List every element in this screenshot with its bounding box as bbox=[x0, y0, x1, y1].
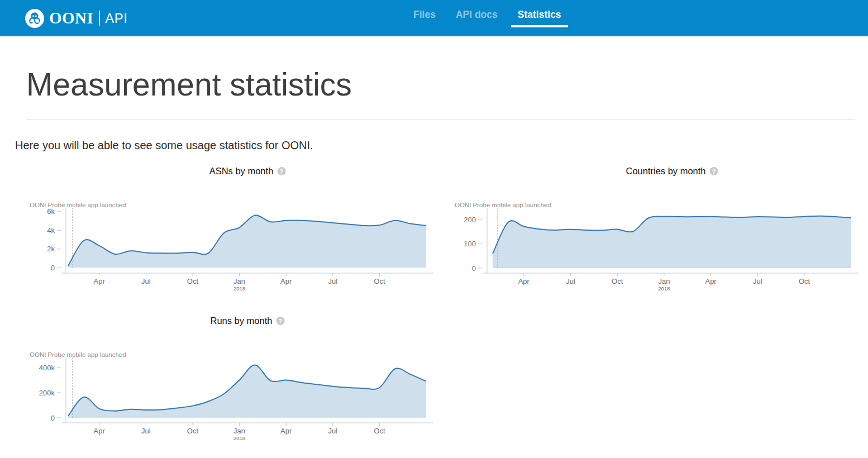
svg-text:100: 100 bbox=[464, 240, 476, 248]
svg-text:Jul: Jul bbox=[141, 277, 151, 285]
svg-text:Apr: Apr bbox=[280, 277, 292, 285]
svg-text:Oct: Oct bbox=[187, 427, 199, 435]
svg-text:Jan: Jan bbox=[233, 427, 245, 435]
svg-text:0: 0 bbox=[472, 264, 476, 273]
ooni-logo[interactable]: OONI API bbox=[25, 0, 128, 36]
svg-text:Jul: Jul bbox=[328, 427, 337, 435]
chart-title: Runs by month ? bbox=[211, 316, 285, 326]
chart-title-text: ASNs by month bbox=[209, 166, 274, 176]
svg-text:400k: 400k bbox=[39, 364, 55, 372]
intro-text: Here you will be able to see some usage … bbox=[15, 139, 313, 152]
question-mark-glyph: ? bbox=[279, 318, 283, 325]
brand-name: OONI bbox=[49, 9, 93, 27]
svg-text:2018: 2018 bbox=[658, 285, 670, 292]
main-nav: Files API docs Statistics bbox=[407, 0, 568, 27]
help-icon[interactable]: ? bbox=[277, 167, 285, 175]
svg-text:Jul: Jul bbox=[566, 277, 575, 285]
svg-text:Apr: Apr bbox=[94, 277, 106, 285]
svg-text:200k: 200k bbox=[39, 389, 55, 397]
svg-text:2018: 2018 bbox=[233, 435, 245, 441]
nav-item-files[interactable]: Files bbox=[407, 0, 442, 27]
svg-text:Oct: Oct bbox=[374, 427, 385, 435]
svg-text:OONI Probe mobile app launched: OONI Probe mobile app launched bbox=[455, 202, 551, 208]
logo-separator bbox=[99, 11, 100, 26]
svg-text:Oct: Oct bbox=[187, 277, 199, 285]
svg-text:Apr: Apr bbox=[705, 277, 717, 285]
runs-chart-canvas[interactable]: OONI Probe mobile app launched0200k400kA… bbox=[20, 348, 436, 444]
svg-text:Apr: Apr bbox=[280, 427, 292, 435]
svg-text:Oct: Oct bbox=[374, 277, 385, 285]
svg-text:2k: 2k bbox=[47, 245, 55, 253]
svg-text:OONI Probe mobile app launched: OONI Probe mobile app launched bbox=[30, 202, 126, 208]
svg-text:Apr: Apr bbox=[94, 427, 106, 435]
svg-text:Jan: Jan bbox=[233, 277, 245, 285]
svg-text:Jul: Jul bbox=[328, 277, 337, 285]
svg-text:6k: 6k bbox=[47, 207, 55, 216]
countries-chart-canvas[interactable]: OONI Probe mobile app launched0100200Apr… bbox=[447, 198, 863, 294]
brand-sub-name: API bbox=[105, 11, 127, 26]
chart-title: Countries by month ? bbox=[626, 166, 718, 176]
svg-text:Jan: Jan bbox=[658, 277, 670, 285]
help-icon[interactable]: ? bbox=[710, 167, 718, 175]
svg-text:0: 0 bbox=[51, 264, 55, 272]
app-header: OONI API Files API docs Statistics bbox=[0, 0, 868, 36]
help-icon[interactable]: ? bbox=[276, 317, 284, 325]
svg-text:0: 0 bbox=[51, 414, 55, 422]
asns-chart-canvas[interactable]: OONI Probe mobile app launched02k4k6kApr… bbox=[20, 198, 436, 294]
svg-text:200: 200 bbox=[464, 216, 476, 224]
svg-text:Oct: Oct bbox=[612, 277, 623, 285]
chart-title-text: Runs by month bbox=[211, 316, 273, 326]
svg-text:2018: 2018 bbox=[233, 285, 245, 292]
chart-title-text: Countries by month bbox=[626, 166, 705, 176]
nav-item-statistics[interactable]: Statistics bbox=[511, 0, 568, 27]
title-divider bbox=[26, 119, 855, 120]
svg-text:Apr: Apr bbox=[518, 277, 530, 285]
ooni-octopus-icon bbox=[25, 9, 44, 28]
svg-text:Jul: Jul bbox=[141, 427, 151, 435]
nav-item-api-docs[interactable]: API docs bbox=[449, 0, 504, 27]
svg-text:4k: 4k bbox=[47, 226, 55, 235]
svg-text:Jul: Jul bbox=[753, 277, 762, 285]
svg-text:OONI Probe mobile app launched: OONI Probe mobile app launched bbox=[30, 351, 126, 358]
question-mark-glyph: ? bbox=[279, 168, 283, 175]
chart-title: ASNs by month ? bbox=[209, 166, 286, 176]
question-mark-glyph: ? bbox=[712, 168, 716, 175]
svg-text:Oct: Oct bbox=[799, 277, 810, 285]
page-title: Measurement statistics bbox=[26, 66, 352, 103]
